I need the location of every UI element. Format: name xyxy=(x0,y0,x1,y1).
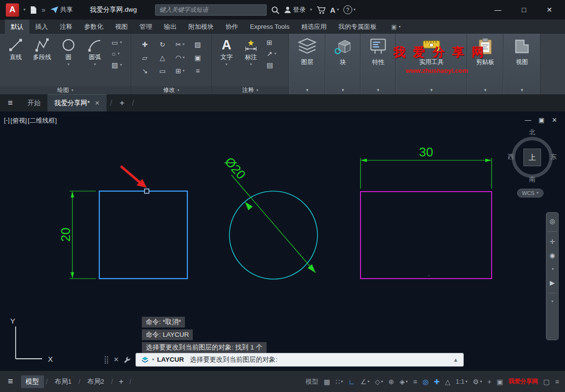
modify-panel-title[interactable]: 修改▾ xyxy=(131,86,211,94)
ribbon-panel-utilities[interactable]: 实用工具 ▾ xyxy=(396,34,467,94)
square-dimension[interactable] xyxy=(69,191,96,279)
customize-wrench-icon[interactable] xyxy=(123,356,131,364)
circle-tool[interactable]: 圆 ▾ xyxy=(56,37,81,66)
osnap-toggle[interactable]: ◈▾ xyxy=(400,378,408,386)
app-logo[interactable]: A xyxy=(6,3,19,17)
search-icon[interactable] xyxy=(271,6,279,14)
ribbon-tab-manage[interactable]: 管理 xyxy=(134,20,158,34)
ribbon-panel-properties[interactable]: 特性 ▾ xyxy=(361,34,396,94)
space-indicator[interactable]: 模型 xyxy=(306,377,318,386)
annotation-scale-control[interactable]: 1:1▾ xyxy=(456,378,468,385)
share-button[interactable]: 共享 xyxy=(50,5,73,14)
square-entity[interactable] xyxy=(99,191,187,279)
line-tool[interactable]: 直线 xyxy=(3,37,28,62)
new-file-button[interactable] xyxy=(30,6,37,14)
command-options-caret-icon[interactable]: ▾ xyxy=(152,357,154,362)
dynamic-input-toggle[interactable]: ✚ xyxy=(434,378,440,386)
viewcube-north[interactable]: 北 xyxy=(509,128,556,137)
viewport-close-icon[interactable]: ✕ xyxy=(552,116,557,124)
minimize-button[interactable]: — xyxy=(495,6,501,14)
command-input-bar[interactable]: ▾ LAYCUR 选择要更改到当前图层的对象: ▲ xyxy=(136,353,464,367)
dimension-tool[interactable]: 标注 ▾ xyxy=(239,37,263,66)
start-tab[interactable]: 开始 xyxy=(21,94,47,111)
explode-tool[interactable]: ▣ xyxy=(189,51,206,64)
circle-dimension[interactable] xyxy=(231,175,316,273)
viewcube-west[interactable]: 西 xyxy=(508,152,514,161)
viewcube[interactable]: 北 西 东 上 南 xyxy=(509,126,556,196)
viewcube-south[interactable]: 南 xyxy=(509,175,556,184)
leader-tool[interactable]: ↗▾ xyxy=(267,50,276,58)
steering-wheel-icon[interactable]: ◎ xyxy=(549,218,555,225)
ribbon-tab-parametric[interactable]: 参数化 xyxy=(78,20,109,34)
clean-screen-toggle[interactable]: ▢ xyxy=(543,378,550,386)
wcs-menu[interactable]: WCS ▾ xyxy=(517,189,543,197)
snap-toggle[interactable]: ∷▾ xyxy=(336,378,343,386)
search-input[interactable] xyxy=(155,4,267,16)
mirror-tool[interactable]: △ xyxy=(154,51,171,64)
showmotion-icon[interactable]: ▶ xyxy=(550,279,555,286)
new-drawing-tab-button[interactable]: + xyxy=(115,94,128,111)
orbit-icon[interactable]: ◔ xyxy=(550,265,554,273)
grip-point[interactable] xyxy=(145,189,149,194)
navigation-bar[interactable]: ◎ ✛ ◉ ◔ ▶ ▾ xyxy=(546,212,559,340)
ribbon-panel-view[interactable]: 视图 ▾ xyxy=(503,34,541,94)
table-tool[interactable]: ⊞ xyxy=(267,39,276,46)
ribbon-tab-annotate[interactable]: 注释 xyxy=(54,20,78,34)
file-tabs-menu-icon[interactable]: ≡ xyxy=(0,94,21,111)
ribbon-tab-view[interactable]: 视图 xyxy=(109,20,134,34)
lineweight-toggle[interactable]: ≡ xyxy=(413,378,417,386)
layout2-tab[interactable]: 布局2 xyxy=(82,375,109,388)
modify-more-tool[interactable]: ≡ xyxy=(189,64,206,77)
command-prompt-text[interactable]: 选择要更改到当前图层的对象: xyxy=(190,355,277,364)
new-layout-button[interactable]: + xyxy=(115,377,127,386)
arc-caret-icon[interactable]: ▾ xyxy=(94,63,96,66)
ribbon-tab-featured-apps[interactable]: 精选应用 xyxy=(295,20,333,34)
autodesk-app-button[interactable]: A ▾ xyxy=(330,6,339,14)
move-tool[interactable]: ✚ xyxy=(136,38,154,51)
model-tab[interactable]: 模型 xyxy=(21,375,44,388)
grid-toggle[interactable]: ▦ xyxy=(324,378,330,386)
command-history-expand-icon[interactable]: ▲ xyxy=(453,357,458,363)
quick-access-expand-icon[interactable]: » xyxy=(42,6,45,14)
command-line-close-icon[interactable]: ✕ xyxy=(113,356,119,363)
view-name-menu[interactable]: [俯视] xyxy=(11,116,27,125)
navbar-more-caret-icon[interactable]: ▾ xyxy=(551,300,553,304)
dimension-caret-icon[interactable]: ▾ xyxy=(250,63,252,66)
close-tab-icon[interactable]: ✕ xyxy=(95,100,100,107)
ribbon-tab-express-tools[interactable]: Express Tools xyxy=(244,20,295,34)
model-space-canvas[interactable]: 20 Ø20 30 xyxy=(0,111,565,370)
ribbon-tab-collaborate[interactable]: 协作 xyxy=(220,20,244,34)
pan-icon[interactable]: ✛ xyxy=(550,238,555,245)
circle-entity[interactable] xyxy=(229,191,317,279)
text-tool[interactable]: A 文字 ▾ xyxy=(215,37,238,66)
scale-tool[interactable]: ▭ xyxy=(154,64,171,77)
layout1-tab[interactable]: 布局1 xyxy=(50,375,77,388)
stretch-tool[interactable]: ↘ xyxy=(136,64,154,77)
annotation-style-tool[interactable]: ▤ xyxy=(267,61,276,69)
rectangle-tool[interactable]: ▭▾ xyxy=(112,39,122,46)
viewport-menu[interactable]: [-] xyxy=(4,116,10,125)
copy-tool[interactable]: ▱ xyxy=(136,51,154,64)
add-cleanup-button[interactable]: + xyxy=(487,378,491,386)
fillet-tool[interactable]: ◠▾ xyxy=(171,51,189,64)
viewport-minimize-icon[interactable]: — xyxy=(525,116,531,124)
ribbon-display-toggle[interactable]: ▣ ▾ xyxy=(391,20,401,34)
active-drawing-tab[interactable]: 我爱分享网* ✕ xyxy=(47,94,107,111)
rectangle-dimension[interactable] xyxy=(361,158,492,189)
ribbon-tab-default[interactable]: 默认 xyxy=(5,20,29,34)
trim-tool[interactable]: ✂▾ xyxy=(171,38,189,51)
annotation-panel-title[interactable]: 注释▾ xyxy=(212,86,289,94)
drawing-area[interactable]: 20 Ø20 30 xyxy=(0,111,565,370)
circle-caret-icon[interactable]: ▾ xyxy=(68,63,69,66)
viewcube-top-face[interactable]: 上 xyxy=(523,149,541,166)
ribbon-panel-layers[interactable]: 图层 ▾ xyxy=(289,34,325,94)
ribbon-tab-insert[interactable]: 插入 xyxy=(29,20,54,34)
draw-panel-title[interactable]: 绘图▾ xyxy=(0,86,131,94)
otrack-toggle[interactable]: ⊕ xyxy=(388,378,394,386)
ribbon-panel-clipboard[interactable]: 剪贴板 ▾ xyxy=(467,34,503,94)
polyline-tool[interactable]: 多段线 xyxy=(29,37,55,62)
array-tool[interactable]: ⊞▾ xyxy=(171,64,189,77)
ribbon-tab-custom-panel[interactable]: 我的专属面板 xyxy=(333,20,383,34)
help-button[interactable]: ? ▾ xyxy=(343,5,356,14)
ribbon-tab-output[interactable]: 输出 xyxy=(158,20,182,34)
